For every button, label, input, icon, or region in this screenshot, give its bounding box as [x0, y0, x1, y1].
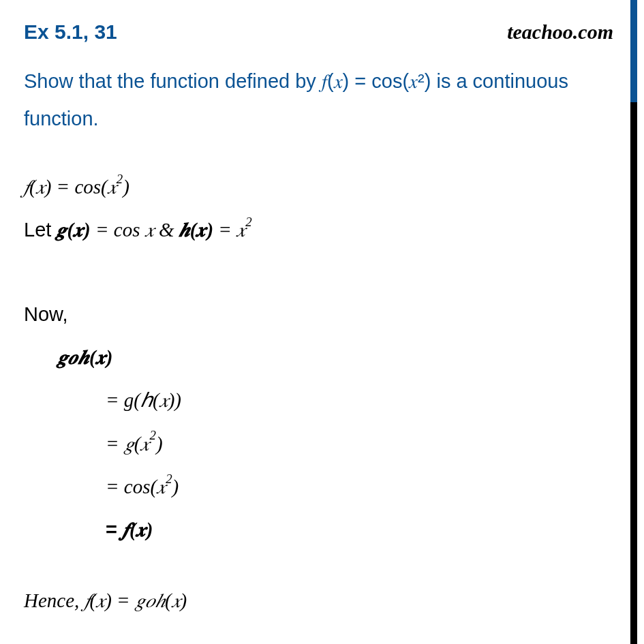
- spacer: [24, 257, 613, 284]
- exercise-title: Ex 5.1, 31: [24, 20, 117, 44]
- math-text: ): [172, 476, 179, 497]
- math-sup: 2: [245, 215, 251, 229]
- header-row: Ex 5.1, 31 teachoo.com: [24, 20, 613, 44]
- math-text: 𝑓(𝑥) = cos(𝑥: [24, 176, 117, 198]
- line-fx-def: 𝑓(𝑥) = cos(𝑥2): [24, 170, 613, 204]
- goh-line: 𝒈𝒐𝒉(𝒙): [24, 341, 613, 374]
- math-sup: 2: [117, 172, 123, 186]
- math-text: = 𝑥: [213, 219, 245, 241]
- spacer: [24, 557, 613, 584]
- fx-bold: 𝒇(𝒙): [123, 519, 153, 540]
- side-accent-dark: [630, 102, 637, 644]
- math-text: ): [123, 176, 129, 198]
- page-content: Ex 5.1, 31 teachoo.com Show that the fun…: [0, 0, 637, 644]
- side-accent-blue: [630, 0, 637, 102]
- step-2: = 𝑔(𝑥2): [24, 427, 613, 461]
- spacer: [24, 284, 613, 298]
- brand-logo: teachoo.com: [507, 20, 613, 44]
- goh-bold: 𝒈𝒐𝒉(𝒙): [58, 346, 112, 368]
- step-4: = 𝒇(𝒙): [24, 513, 613, 547]
- math-text: Hence, 𝑓(𝑥) = 𝑔𝑜ℎ(𝑥): [24, 589, 187, 611]
- line-let-gh: Let 𝒈(𝒙) = cos 𝑥 & 𝒉(𝒙) = 𝑥2: [24, 213, 613, 247]
- math-text: = 𝑔(𝑥: [106, 433, 149, 455]
- step-1: = g(ℎ(𝑥)): [24, 384, 613, 417]
- now-label: Now,: [24, 298, 613, 331]
- math-text: = cos 𝑥 &: [91, 219, 179, 241]
- math-text: = g(ℎ(𝑥)): [106, 389, 181, 411]
- hence-line: Hence, 𝑓(𝑥) = 𝑔𝑜ℎ(𝑥): [24, 584, 613, 617]
- gx-bold: 𝒈(𝒙): [57, 219, 90, 241]
- math-sup: 2: [149, 428, 155, 442]
- math-text: ): [156, 433, 163, 455]
- hx-bold: 𝒉(𝒙): [179, 219, 213, 241]
- math-text: = cos(𝑥: [106, 476, 166, 497]
- eq-bold: =: [106, 519, 123, 540]
- let-text: Let: [24, 219, 57, 241]
- math-sup: 2: [166, 472, 172, 486]
- step-3: = cos(𝑥2): [24, 470, 613, 504]
- question-text: Show that the function defined by 𝑓(𝑥) =…: [24, 63, 613, 138]
